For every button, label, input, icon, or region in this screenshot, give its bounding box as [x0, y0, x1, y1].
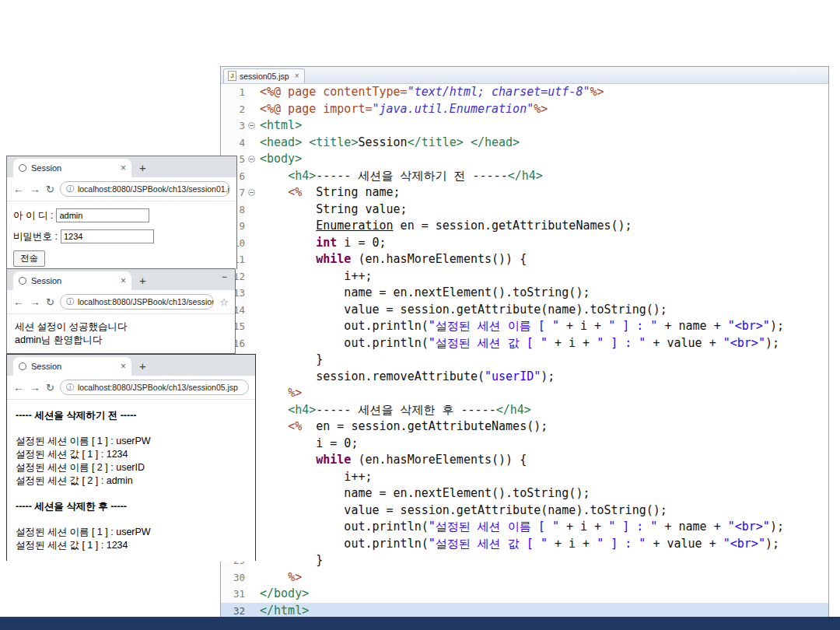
browser1-tab-title: Session	[31, 163, 116, 173]
new-tab-button[interactable]: +	[139, 360, 146, 372]
code-line-12[interactable]: 12 i++;	[221, 268, 828, 285]
browser3-address-bar[interactable]: ⓘ localhost:8080/JSPBook/ch13/session05.…	[60, 380, 249, 395]
tab-close-icon[interactable]: ×	[121, 362, 126, 371]
code-lines: 1<%@ page contentType="text/html; charse…	[221, 84, 828, 619]
browser-window-session05: Session × + ← → ↻ ⓘ localhost:8080/JSPBo…	[6, 354, 256, 561]
fold-column	[247, 218, 257, 235]
back-icon[interactable]: ←	[13, 184, 24, 194]
code-line-7[interactable]: 7 <% String name;	[221, 184, 828, 201]
bookmark-star-icon[interactable]: ☆	[219, 296, 229, 308]
fold-column	[247, 84, 257, 101]
browser1-toolbar: ← → ↻ ⓘ localhost:8080/JSPBook/ch13/sess…	[7, 177, 236, 201]
code-line-25[interactable]: 25 name = en.nextElement().toString();	[221, 485, 828, 502]
line-number: 31	[221, 586, 247, 603]
collapse-icon[interactable]	[248, 189, 255, 196]
code-text: value = session.getAttribute(name).toStr…	[257, 302, 828, 319]
browser2-page: 세션 설정이 성공했습니다 admin님 환영합니다	[7, 314, 235, 353]
code-line-14[interactable]: 14 value = session.getAttribute(name).to…	[221, 302, 828, 319]
code-line-23[interactable]: 23 while (en.hasMoreElements()) {	[221, 452, 828, 469]
code-line-4[interactable]: 4<head> <title>Session</title> </head>	[221, 135, 828, 152]
output-line: 설정된 세션 값 [ 1 ] : 1234	[16, 448, 247, 461]
code-line-20[interactable]: 20 <h4>----- 세션을 삭제한 후 -----</h4>	[221, 402, 828, 419]
browser3-toolbar: ← → ↻ ⓘ localhost:8080/JSPBook/ch13/sess…	[7, 376, 255, 400]
browser3-tab-title: Session	[31, 362, 116, 371]
fold-column	[247, 117, 257, 135]
browser-window-session01-proc: Session × + − ← → ↻ ⓘ localhost:8080/JSP…	[6, 268, 236, 354]
code-line-29[interactable]: 29 }	[221, 552, 828, 569]
code-text: <head> <title>Session</title> </head>	[257, 135, 828, 152]
submit-button[interactable]: 전송	[13, 250, 45, 267]
code-text: <% String name;	[257, 184, 828, 201]
code-line-30[interactable]: 30 %>	[221, 569, 828, 586]
code-area[interactable]: 1<%@ page contentType="text/html; charse…	[221, 84, 828, 621]
pw-input[interactable]	[61, 229, 154, 243]
code-line-27[interactable]: 27 out.println("설정된 세션 이름 [ " + i + " ] …	[221, 519, 828, 536]
reload-icon[interactable]: ↻	[46, 383, 54, 393]
code-line-8[interactable]: 8 String value;	[221, 201, 828, 219]
welcome-text: admin님 환영합니다	[15, 334, 227, 347]
fold-column	[247, 586, 257, 603]
output-heading: ----- 세션을 삭제하기 전 -----	[16, 409, 247, 422]
browser2-tab[interactable]: Session ×	[13, 271, 131, 290]
browser3-tab[interactable]: Session ×	[13, 357, 131, 376]
forward-icon[interactable]: →	[30, 382, 40, 393]
page-info-icon[interactable]: ⓘ	[66, 296, 74, 307]
editor-tab-session05[interactable]: J session05.jsp ×	[223, 68, 305, 83]
minimize-icon[interactable]: −	[222, 271, 227, 282]
browser3-tab-bar: Session × +	[7, 355, 255, 376]
code-line-5[interactable]: 5<body>	[221, 151, 828, 168]
code-line-2[interactable]: 2<%@ page import="java.util.Enumeration"…	[221, 101, 828, 118]
code-line-28[interactable]: 28 out.println("설정된 세션 값 [ " + i + " ] :…	[221, 536, 828, 553]
id-input[interactable]	[56, 208, 149, 222]
back-icon[interactable]: ←	[13, 382, 24, 393]
browser2-tab-bar: Session × + −	[7, 269, 235, 290]
editor-tab-close-icon[interactable]: ×	[295, 72, 299, 80]
fold-column	[247, 201, 257, 219]
code-line-16[interactable]: 16 out.println("설정된 세션 값 [ " + i + " ] :…	[221, 335, 828, 352]
code-line-15[interactable]: 15 out.println("설정된 세션 이름 [ " + i + " ] …	[221, 318, 828, 335]
code-line-1[interactable]: 1<%@ page contentType="text/html; charse…	[221, 84, 828, 101]
id-row: 아 이 디 :	[13, 208, 230, 222]
code-text: String value;	[257, 201, 828, 219]
forward-icon[interactable]: →	[30, 184, 40, 194]
code-line-13[interactable]: 13 name = en.nextElement().toString();	[221, 285, 828, 302]
code-line-11[interactable]: 11 while (en.hasMoreElements()) {	[221, 251, 828, 268]
code-line-10[interactable]: 10 int i = 0;	[221, 235, 828, 252]
new-tab-button[interactable]: +	[139, 275, 146, 286]
collapse-icon[interactable]	[248, 122, 255, 129]
reload-icon[interactable]: ↻	[46, 297, 54, 307]
new-tab-button[interactable]: +	[139, 162, 146, 173]
back-icon[interactable]: ←	[13, 296, 24, 307]
code-line-9[interactable]: 9 Enumeration en = session.getAttributeN…	[221, 218, 828, 235]
code-line-19[interactable]: 19 %>	[221, 385, 828, 402]
collapse-icon[interactable]	[248, 156, 255, 163]
forward-icon[interactable]: →	[30, 296, 40, 307]
output-line: 설정된 세션 이름 [ 1 ] : userPW	[16, 435, 247, 448]
code-text: name = en.nextElement().toString();	[257, 285, 828, 302]
tab-close-icon[interactable]: ×	[121, 276, 126, 285]
browser2-toolbar: ← → ↻ ⓘ localhost:8080/JSPBook/ch13/sess…	[7, 290, 235, 314]
code-text: Enumeration en = session.getAttributeNam…	[257, 218, 828, 235]
pw-label: 비밀번호 :	[13, 230, 58, 243]
page-info-icon[interactable]: ⓘ	[66, 382, 74, 393]
tab-close-icon[interactable]: ×	[121, 163, 126, 173]
code-line-6[interactable]: 6 <h4>----- 세션을 삭제하기 전 -----</h4>	[221, 168, 828, 185]
browser2-address-bar[interactable]: ⓘ localhost:8080/JSPBook/ch13/session01_…	[60, 294, 214, 310]
code-text: while (en.hasMoreElements()) {	[257, 251, 828, 268]
reload-icon[interactable]: ↻	[46, 184, 54, 194]
code-line-17[interactable]: 17 }	[221, 352, 828, 369]
code-line-3[interactable]: 3<html>	[221, 117, 828, 135]
code-line-22[interactable]: 22 i = 0;	[221, 436, 828, 453]
browser1-address-bar[interactable]: ⓘ localhost:8080/JSPBook/ch13/session01.…	[60, 181, 230, 197]
code-line-18[interactable]: 18 session.removeAttribute("userID");	[221, 369, 828, 386]
fold-column	[247, 168, 257, 185]
editor-tab-label: session05.jsp	[240, 72, 289, 81]
code-line-26[interactable]: 26 value = session.getAttribute(name).to…	[221, 502, 828, 520]
line-number: 1	[221, 84, 247, 101]
code-line-31[interactable]: 31</body>	[221, 586, 828, 603]
code-line-21[interactable]: 21 <% en = session.getAttributeNames();	[221, 418, 828, 436]
page-info-icon[interactable]: ⓘ	[66, 184, 74, 194]
fold-column	[247, 151, 257, 168]
code-line-24[interactable]: 24 i++;	[221, 469, 828, 486]
browser1-tab[interactable]: Session ×	[13, 159, 131, 177]
